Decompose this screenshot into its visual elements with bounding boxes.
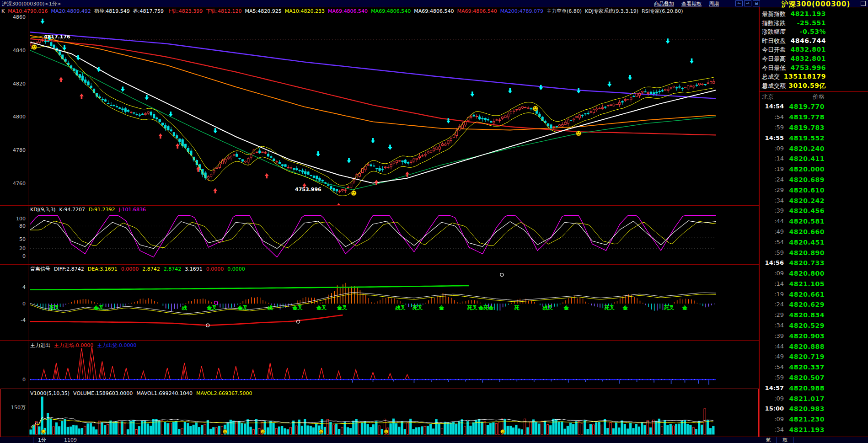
tick-time: :49 <box>762 227 784 237</box>
tick-price: 4820.337 <box>789 362 825 373</box>
tick-row: :194820.661 <box>760 289 868 300</box>
header-value: MA69:4806.540 <box>457 8 497 14</box>
tick-time: :49 <box>762 352 784 362</box>
tick-time: :19 <box>762 164 784 175</box>
cross-signal-label: 死叉 <box>48 305 59 311</box>
back-icon[interactable]: ⇦ <box>735 0 743 6</box>
cross-signal-label: 金叉 <box>337 305 347 311</box>
buy-arrow-icon <box>176 144 180 149</box>
tick-time: :29 <box>762 185 784 196</box>
info-row: 最新指数4821.193 <box>760 10 868 19</box>
y-axis-label: 50 <box>0 236 26 242</box>
separator-zl <box>0 340 759 341</box>
cross-signal-label: 死叉 <box>467 305 477 311</box>
y-axis-label: 4780 <box>0 147 26 153</box>
tick-row: :444820.888 <box>760 342 868 352</box>
tick-time: :14 <box>762 154 784 164</box>
tick-price: 4819.770 <box>789 101 825 112</box>
y-axis-label: 4840 <box>0 48 26 53</box>
sell-arrow-icon <box>96 67 101 72</box>
header-value: MA69:4806.540 <box>371 8 411 14</box>
header-value: KDJ专家系统(9,3,3,19) <box>585 8 638 14</box>
header-value: V1000(5,10,35) <box>30 390 70 396</box>
tick-time: :39 <box>762 331 784 342</box>
menu-item[interactable]: 周期 <box>709 0 719 7</box>
tick-row: :394820.903 <box>760 331 868 342</box>
sell-arrow-icon <box>213 128 217 133</box>
bottom-tab[interactable]: 笔 <box>761 437 777 443</box>
symbol-title: 沪深300(000300) <box>771 0 861 9</box>
col-price-label: 价格 <box>813 92 825 101</box>
y-axis-label: 0 <box>0 377 26 383</box>
info-label: 总成交额 <box>762 81 786 91</box>
main-price-chart[interactable] <box>0 16 759 205</box>
bottom-tab[interactable]: 权 <box>777 437 793 443</box>
tick-price: 4820.689 <box>789 175 825 185</box>
bar-count: 1109 <box>64 437 77 443</box>
ma-line-orange <box>30 36 716 130</box>
tick-row: :144820.411 <box>760 154 868 164</box>
y-axis-label: 4 <box>0 284 26 290</box>
tick-time: 14:57 <box>762 383 784 394</box>
header-value: K:94.7207 <box>59 207 85 213</box>
tick-time: :09 <box>762 268 784 279</box>
tile-window-icon[interactable]: ⊟ <box>753 0 760 6</box>
forward-icon[interactable]: ⇨ <box>744 0 751 6</box>
tick-time: :29 <box>762 310 784 320</box>
main-force-header: 主力进出主力进场:0.0000主力出货:0.0000 <box>30 342 140 349</box>
cross-signal-label: 死叉 <box>604 305 615 311</box>
header-value: MA200:4789.079 <box>500 8 543 14</box>
header-value: 2.8742 <box>164 266 182 272</box>
tick-price: 4820.242 <box>789 196 825 206</box>
header-value: KDJ(9,3,3) <box>30 207 56 213</box>
sell-arrow-icon <box>470 91 474 97</box>
menu-item[interactable]: 查看期权 <box>681 0 702 7</box>
sell-arrow-icon <box>121 86 125 92</box>
header-value: K <box>1 8 5 14</box>
y-axis-label: 0 <box>0 253 26 259</box>
divergence-chart[interactable]: 死叉金叉残金叉金叉残金叉金叉金叉残叉死叉金死叉金死金死残叉金死叉金死叉金 <box>0 265 759 340</box>
info-value: 4846.744 <box>790 37 826 46</box>
tick-list[interactable]: 14:544819.770:544819.778:594819.78314:55… <box>760 101 868 435</box>
tick-time: :24 <box>762 299 784 310</box>
header-value: MA20:4809.492 <box>51 8 91 14</box>
header-value: MAVOL1:699240.1040 <box>136 390 193 396</box>
sell-arrow-icon <box>628 75 632 80</box>
header-value: 0.0000 <box>206 266 224 272</box>
tick-row: :144821.105 <box>760 279 868 289</box>
header-value: VOLUME:1589603.0000 <box>73 390 133 396</box>
kdj-chart[interactable] <box>0 206 759 264</box>
tick-row: :344820.529 <box>760 320 868 331</box>
tick-price: 4821.017 <box>789 394 825 404</box>
maximize-icon[interactable] <box>861 1 866 6</box>
header-value: J:101.6836 <box>119 207 146 213</box>
tick-price: 4819.778 <box>789 112 825 123</box>
header-value: MAVOL2:669367.5000 <box>196 390 252 396</box>
y-axis-label: -4 <box>0 317 26 323</box>
buy-arrow-icon <box>158 133 162 139</box>
tick-price: 4820.834 <box>789 310 825 320</box>
info-value: -25.551 <box>797 19 826 28</box>
header-value: 界:4817.759 <box>133 8 164 14</box>
header-value: 主力空单(6,80) <box>547 8 582 14</box>
sell-arrow-icon <box>690 59 694 64</box>
tick-time: :39 <box>762 206 784 216</box>
menu-item[interactable]: 商品叠加 <box>654 0 674 7</box>
header-value: 主力进场:0.0000 <box>54 342 93 348</box>
tick-row: 14:544819.770 <box>760 101 868 112</box>
info-label: 涨跌幅度 <box>762 27 786 37</box>
y-axis-label: 4760 <box>0 181 26 187</box>
tick-price: 4820.988 <box>789 383 825 394</box>
info-value: 4832.801 <box>790 54 826 64</box>
tick-price: 4820.661 <box>789 289 825 300</box>
header-value: DEA:3.1691 <box>88 266 118 272</box>
info-row: 今日最高4832.801 <box>760 54 868 64</box>
info-value: 4753.996 <box>790 64 826 73</box>
info-value: 3010.59亿 <box>788 81 826 91</box>
header-value: MA5:4820.925 <box>245 8 281 14</box>
header-value: MA69:4806.540 <box>328 8 368 14</box>
period-tab[interactable]: 1分 <box>33 437 51 443</box>
header-value: MA10:4790.016 <box>8 8 48 14</box>
tick-row: :594820.507 <box>760 373 868 383</box>
buy-arrow-icon <box>337 203 341 205</box>
